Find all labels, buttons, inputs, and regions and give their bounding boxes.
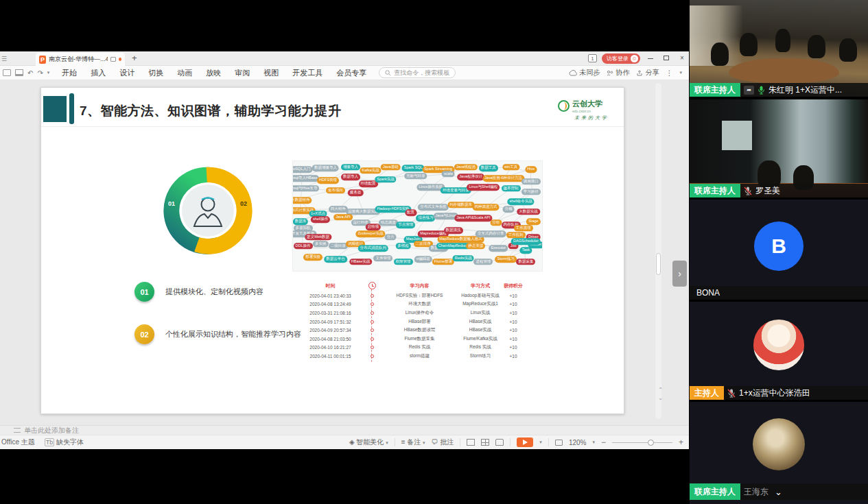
slide-title: 7、智能方法、知识图谱，辅助学习能力提升 (80, 102, 342, 120)
graph-node: Storm练习 (495, 256, 517, 263)
graph-node: Spark实战 (375, 176, 396, 183)
ribbon-tab[interactable]: 开始 (55, 67, 84, 80)
participant-tile-1[interactable]: 联席主持人 ➦ 朱红明 1+X运营中... (690, 0, 868, 97)
ribbon-tab[interactable]: 动画 (170, 67, 199, 80)
ribbon-tab[interactable]: 视图 (257, 67, 285, 80)
play-options-icon[interactable]: ▾ (539, 440, 542, 445)
participant-tile-5[interactable]: 联席主持人 王海东 ⌄ (690, 402, 868, 504)
next-slide-button[interactable]: ⌄ (658, 396, 663, 401)
graph-node: 综合练习 (416, 215, 435, 222)
graph-node: 配置 (405, 210, 417, 217)
normal-view-button[interactable] (467, 439, 475, 446)
document-tab[interactable]: P 南京云创-华博特—...4 partner (36, 53, 125, 66)
meeting-sidebar: 联席主持人 ➦ 朱红明 1+X运营中... 联席主持人 罗圣美 (690, 0, 868, 504)
more-menu-icon[interactable]: ⋮ (666, 69, 672, 77)
share-button[interactable]: 分享 (636, 68, 659, 77)
graph-node: Java程序设计 (457, 174, 484, 181)
ribbon-tab[interactable]: 放映 (199, 67, 228, 80)
save-icon[interactable] (3, 69, 11, 76)
ribbon-tab[interactable]: 开发工具 (285, 67, 329, 80)
print-icon[interactable] (15, 69, 23, 76)
graph-node: 多线程 (395, 243, 411, 250)
participant-tile-3[interactable]: B BONA (690, 200, 868, 300)
title-accent-square (43, 96, 67, 122)
graph-node: 分片 (385, 234, 397, 241)
graph-node: Executor (489, 245, 508, 252)
graph-node: Java线程池 (454, 164, 478, 171)
zoom-out-button[interactable]: − (601, 437, 606, 447)
ribbon-tab[interactable]: 切换 (141, 67, 170, 80)
graph-node: scala (442, 171, 455, 178)
slideshow-play-button[interactable] (517, 437, 533, 447)
participant-name: 罗圣美 (755, 185, 780, 197)
graph-node: 学习路径 (521, 189, 541, 195)
graph-node: HBase实战 (349, 259, 373, 265)
document-tab-title: 南京云创-华博特—...4 partner (49, 55, 108, 64)
new-tab-button[interactable]: + (132, 53, 137, 63)
vertical-scrollbar[interactable] (655, 83, 661, 419)
participant-tile-4[interactable]: 主持人 1+x运营中心张浩田 (690, 302, 868, 400)
cohost-badge: 联席主持人 (690, 483, 740, 500)
ribbon-tab[interactable]: 会员专享 (329, 67, 373, 80)
graph-node: Java应用-6种设计方法 (482, 175, 524, 182)
notes-bar[interactable]: 单击此处添加备注 (0, 425, 689, 435)
search-icon (385, 70, 391, 76)
collaborate-button[interactable]: 协作 (607, 68, 629, 77)
zoom-slider[interactable] (612, 442, 672, 443)
slide-sorter-view-button[interactable] (481, 439, 489, 446)
quickbar-dropdown-icon[interactable]: ▾ (47, 70, 50, 75)
maximize-button[interactable] (661, 53, 672, 64)
window-mode-button[interactable]: 1 (588, 54, 597, 62)
ribbon-collapse-icon[interactable]: ▾ (679, 70, 682, 75)
unsaved-dot-icon (119, 58, 121, 61)
ribbon-tab[interactable]: 审阅 (228, 67, 257, 80)
zoom-slider-knob[interactable] (648, 440, 654, 446)
fit-slide-icon[interactable] (555, 440, 563, 446)
graph-node: Hive (525, 166, 537, 173)
ribbon-tab[interactable]: 设计 (113, 67, 141, 80)
notes-toggle-button[interactable]: ≡ 备注 ▾ (401, 437, 425, 447)
reading-view-button[interactable] (495, 439, 504, 446)
graph-node: 动态调度 (379, 219, 398, 226)
participant-tile-2[interactable]: 联席主持人 罗圣美 (690, 99, 868, 197)
graph-node: Stage (526, 218, 540, 225)
comments-button[interactable]: 🗩 批注 (432, 437, 454, 447)
zoom-in-button[interactable]: + (679, 437, 683, 447)
minimize-button[interactable] (645, 53, 656, 64)
redo-icon[interactable]: ↷ (37, 69, 43, 77)
table-row: 2020-04-01 23:40:33 HDFS实验：部署HDFS Hadoop… (298, 291, 524, 300)
graph-node: 文件管理 (373, 255, 392, 262)
graph-node: Spark SQL (402, 165, 425, 172)
sync-status-button[interactable]: 未同步 (569, 68, 600, 77)
table-header: 时间 学习内容 学习方式 获得积分 (298, 280, 524, 291)
chevron-down-icon[interactable]: ⌄ (775, 487, 782, 497)
prev-slide-button[interactable]: ⌃ (658, 387, 663, 393)
graph-node: 数据导入 (341, 174, 360, 181)
zoom-level[interactable]: 120% (569, 439, 587, 446)
slide[interactable]: 7、智能方法、知识图谱，辅助学习能力提升 云创大学 edu.cstor.cn 未… (40, 87, 624, 414)
collaborate-icon (607, 70, 613, 76)
theme-label[interactable]: Office 主题 (1, 437, 35, 447)
graph-node: 版本控制 (502, 185, 521, 192)
smart-beautify-button[interactable]: ◈ 智能美化 ▾ (349, 437, 388, 447)
scrollbar-thumb[interactable] (656, 253, 661, 275)
account-pill[interactable]: 访客登录 ☺ (602, 53, 640, 64)
graph-node: DAGScheduler (511, 239, 541, 245)
missing-font-label[interactable]: 缺失字体 (56, 438, 84, 446)
close-button[interactable]: × (677, 53, 688, 64)
ribbon-tab[interactable]: 插入 (84, 67, 113, 80)
graph-node: 交互式内存计算 (476, 230, 506, 237)
graph-node: 数据增量导入 (312, 165, 339, 172)
command-search[interactable]: 查找命令，搜索模板 (379, 67, 456, 78)
sidebar-expand-button[interactable]: › (672, 261, 687, 287)
screen-sharing-icon: ➦ (744, 86, 754, 95)
graph-node: 增量导入 (341, 164, 360, 171)
undo-icon[interactable]: ↶ (27, 69, 33, 77)
quick-access-toolbar: ↶ ↷ ▾ (0, 69, 55, 77)
home-tab-stub[interactable]: ☰ (1, 56, 7, 62)
graph-node: 分布式消息队列 (358, 245, 389, 252)
graph-node: 工作机制 (506, 232, 526, 239)
learning-record-table: 时间 学习内容 学习方式 获得积分 2020-04-01 23:40:33 (298, 280, 524, 363)
graph-node: 数据库 (293, 218, 309, 225)
share-icon (636, 70, 643, 76)
